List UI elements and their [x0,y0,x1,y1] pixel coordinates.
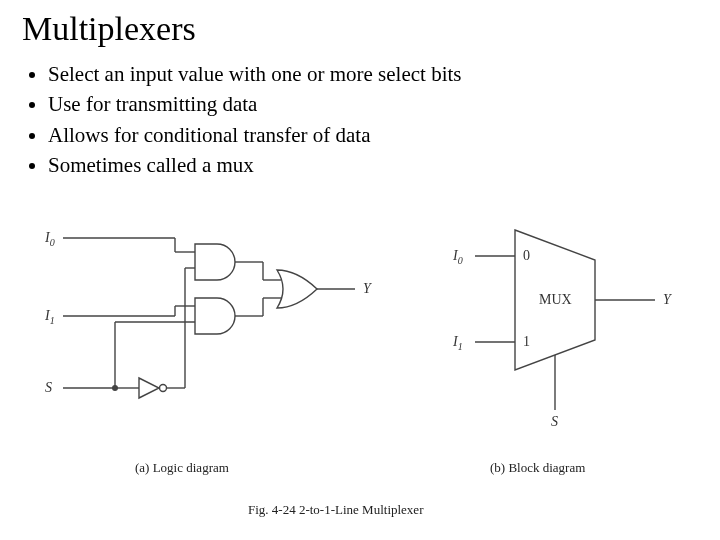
figure: I0 I1 S Y 0 1 MUX [45,220,685,470]
and-gate-icon [195,244,235,280]
svg-text:I0: I0 [452,248,463,266]
label-zero: 0 [523,248,530,263]
caption-a: (a) Logic diagram [135,460,229,476]
list-item: Sometimes called a mux [48,151,700,179]
bullet-list: Select an input value with one or more s… [48,60,700,179]
label-S-b: S [551,414,558,429]
svg-text:I0: I0 [45,230,55,248]
svg-text:I1: I1 [45,308,55,326]
label-mux: MUX [539,292,572,307]
label-one: 1 [523,334,530,349]
or-gate-icon [277,270,317,308]
list-item: Select an input value with one or more s… [48,60,700,88]
caption-b: (b) Block diagram [490,460,585,476]
label-S-a: S [45,380,52,395]
label-Y-a: Y [363,281,373,296]
list-item: Allows for conditional transfer of data [48,121,700,149]
label-I1-sub: 1 [50,315,55,326]
svg-text:I1: I1 [452,334,463,352]
not-gate-icon [139,378,159,398]
and-gate-icon [195,298,235,334]
list-item: Use for transmitting data [48,90,700,118]
label-I1-b-sub: 1 [458,341,463,352]
label-Y-b: Y [663,292,673,307]
figure-title: Fig. 4-24 2-to-1-Line Multiplexer [248,502,423,518]
slide-title: Multiplexers [22,10,700,48]
label-I0-sub: 0 [50,237,55,248]
label-I0-b-sub: 0 [458,255,463,266]
